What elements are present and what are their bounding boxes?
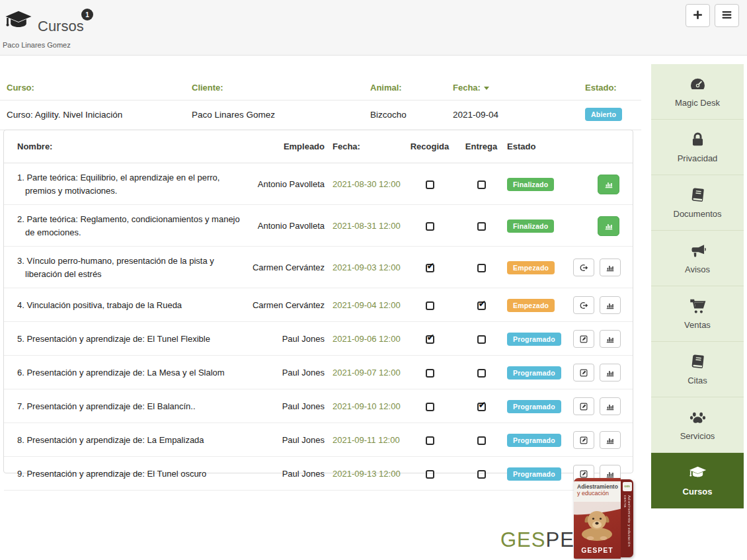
course-date: 2021-09-04 — [453, 110, 585, 120]
edit-button[interactable] — [573, 330, 594, 348]
stats-button[interactable] — [600, 431, 621, 449]
session-status-badge: Programado — [507, 434, 561, 447]
table-row: 9. Presentación y aprendizaje de: El Tun… — [4, 457, 633, 491]
stats-button[interactable] — [600, 397, 621, 415]
session-employee: Paul Jones — [252, 401, 325, 411]
session-status-badge: Programado — [507, 400, 561, 413]
sidebar-item-label: Documentos — [674, 209, 722, 219]
entrega-checkbox[interactable] — [477, 335, 486, 344]
session-name: 7. Presentación y aprendizaje de: El Bal… — [17, 400, 252, 413]
entrega-checkbox[interactable] — [477, 222, 486, 231]
session-date: 2021-08-30 12:00 — [325, 179, 404, 189]
stats-button[interactable] — [600, 296, 621, 314]
count-badge: 1 — [81, 9, 93, 20]
recogida-checkbox[interactable] — [426, 180, 434, 189]
add-button[interactable] — [686, 4, 710, 27]
graduation-cap-icon — [4, 11, 33, 32]
cart-icon — [689, 298, 707, 315]
box-brand: GESPET — [574, 546, 621, 554]
session-employee: Paul Jones — [252, 368, 325, 378]
entrega-checkbox[interactable] — [477, 403, 486, 411]
column-empleado: Empleado — [252, 141, 325, 151]
course-row[interactable]: Curso: Agility. Nivel Iniciación Paco Li… — [0, 100, 641, 130]
recogida-checkbox[interactable] — [426, 222, 434, 231]
recogida-checkbox[interactable] — [426, 436, 434, 445]
session-name: 9. Presentación y aprendizaje de: El Tun… — [17, 467, 252, 481]
sidebar-item-privacidad[interactable]: Privacidad — [651, 120, 744, 175]
signout-icon — [579, 301, 588, 310]
book-icon — [689, 186, 707, 204]
table-row: 4. Vinculación positiva, trabajo de la R… — [4, 288, 633, 322]
session-employee: Antonio Pavolleta — [252, 179, 325, 189]
course-table-header: Curso: Cliente: Animal: Fecha: Estado: — [0, 77, 641, 100]
sidebar-item-magic-desk[interactable]: Magic Desk — [651, 64, 744, 120]
checkout-button[interactable] — [573, 259, 594, 276]
checkout-button[interactable] — [573, 296, 594, 314]
sidebar-item-servicios[interactable]: Servicios — [651, 397, 744, 453]
hamburger-icon — [721, 9, 733, 23]
session-date: 2021-09-04 12:00 — [325, 300, 404, 310]
sidebar-item-label: Avisos — [685, 264, 710, 274]
stats-icon — [606, 436, 615, 445]
column-curso: Curso: — [7, 83, 192, 93]
graduation-cap-icon — [689, 464, 707, 482]
column-fecha-sort[interactable]: Fecha: — [453, 83, 585, 93]
stats-button[interactable] — [600, 330, 621, 348]
user-name: Paco Linares Gomez — [3, 41, 71, 49]
session-date: 2021-09-13 12:00 — [325, 469, 404, 479]
menu-button[interactable] — [715, 4, 739, 27]
stats-icon — [606, 469, 615, 479]
recogida-checkbox[interactable] — [426, 264, 434, 272]
edit-icon — [579, 402, 588, 411]
edit-button[interactable] — [573, 431, 594, 449]
sidebar-item-ventas[interactable]: Ventas — [651, 286, 744, 342]
recogida-checkbox[interactable] — [426, 301, 434, 310]
entrega-checkbox[interactable] — [477, 470, 486, 479]
column-nombre: Nombre: — [17, 141, 252, 151]
session-name: 3. Vínculo perro-humano, presentación de… — [17, 255, 252, 280]
session-employee: Paul Jones — [252, 435, 325, 445]
sidebar-item-label: Cursos — [683, 487, 713, 497]
signout-icon — [579, 263, 588, 272]
sidebar-item-cursos[interactable]: Cursos — [651, 453, 744, 508]
edit-button[interactable] — [573, 397, 594, 415]
edit-button[interactable] — [573, 364, 594, 381]
table-row: 5. Presentación y aprendizaje de: El Tun… — [4, 322, 633, 356]
stats-button[interactable] — [598, 216, 619, 236]
sidebar-item-documentos[interactable]: Documentos — [651, 175, 744, 231]
session-employee: Paul Jones — [252, 334, 325, 344]
stats-icon — [606, 335, 615, 344]
sidebar-item-label: Privacidad — [678, 153, 718, 163]
stats-button[interactable] — [598, 175, 619, 194]
edit-icon — [579, 436, 588, 445]
session-date: 2021-09-11 12:00 — [325, 435, 404, 445]
table-row: 8. Presentación y arpendizaje de: La Emp… — [4, 423, 633, 457]
client-name: Paco Linares Gomez — [192, 110, 370, 120]
stats-button[interactable] — [600, 259, 621, 276]
edit-icon — [579, 335, 588, 344]
entrega-checkbox[interactable] — [477, 264, 486, 272]
plus-icon — [691, 9, 704, 23]
sidebar-item-citas[interactable]: Citas — [651, 342, 744, 397]
course-table: Curso: Cliente: Animal: Fecha: Estado: C… — [0, 77, 641, 130]
stats-icon — [606, 402, 615, 411]
recogida-checkbox[interactable] — [426, 470, 434, 479]
entrega-checkbox[interactable] — [477, 436, 486, 445]
entrega-checkbox[interactable] — [477, 180, 486, 189]
sidebar-item-avisos[interactable]: Avisos — [651, 231, 744, 286]
recogida-checkbox[interactable] — [426, 403, 434, 411]
table-row: 1. Parte teórica: Equilibrio, el aprendi… — [4, 163, 633, 205]
entrega-checkbox[interactable] — [477, 369, 486, 378]
stats-button[interactable] — [600, 364, 621, 381]
session-status-badge: Finalizado — [507, 220, 554, 233]
status-badge: Abierto — [585, 108, 622, 121]
recogida-checkbox[interactable] — [426, 369, 434, 378]
page-title: Cursos — [38, 18, 84, 35]
edit-icon — [579, 368, 588, 378]
box-title: Adiestramiento — [577, 483, 621, 490]
megaphone-icon — [689, 242, 707, 260]
entrega-checkbox[interactable] — [477, 301, 486, 310]
sidebar-item-label: Magic Desk — [675, 98, 720, 108]
recogida-checkbox[interactable] — [426, 335, 434, 344]
table-row: 3. Vínculo perro-humano, presentación de… — [4, 247, 633, 288]
